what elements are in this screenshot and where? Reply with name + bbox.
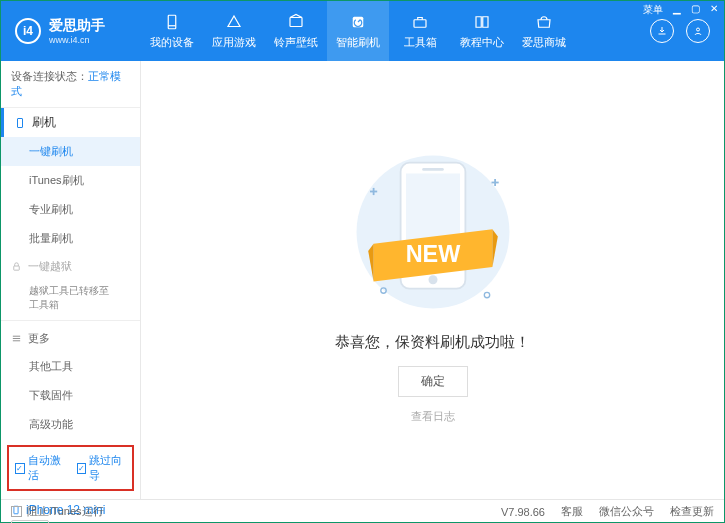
sidebar-section-flash[interactable]: 刷机 — [1, 108, 140, 137]
nav-my-device[interactable]: 我的设备 — [141, 1, 203, 61]
sidebar-item-advanced[interactable]: 高级功能 — [1, 410, 140, 439]
download-icon[interactable] — [650, 19, 674, 43]
nav-smart-flash[interactable]: 智能刷机 — [327, 1, 389, 61]
success-illustration: NEW — [343, 147, 523, 317]
svg-point-22 — [484, 292, 489, 297]
lock-icon — [11, 261, 22, 272]
checkbox-label: 自动激活 — [28, 453, 65, 483]
check-update-link[interactable]: 检查更新 — [670, 504, 714, 519]
svg-rect-16 — [422, 168, 444, 171]
customer-service-link[interactable]: 客服 — [561, 504, 583, 519]
nav-ringtones-wallpapers[interactable]: 铃声壁纸 — [265, 1, 327, 61]
nav-toolbox[interactable]: 工具箱 — [389, 1, 451, 61]
brand-logo-icon: i4 — [15, 18, 41, 44]
sidebar-item-pro-flash[interactable]: 专业刷机 — [1, 195, 140, 224]
window-close-icon[interactable]: ✕ — [710, 3, 718, 17]
checkbox-icon: ✓ — [15, 463, 25, 474]
nav-apps-games[interactable]: 应用游戏 — [203, 1, 265, 61]
apps-icon — [225, 13, 243, 31]
wechat-link[interactable]: 微信公众号 — [599, 504, 654, 519]
highlighted-options-box: ✓ 自动激活 ✓ 跳过向导 — [7, 445, 134, 491]
main-content: NEW 恭喜您，保资料刷机成功啦！ 确定 查看日志 — [141, 61, 724, 499]
window-maximize-icon[interactable]: ▢ — [691, 3, 700, 17]
store-icon — [535, 13, 553, 31]
app-header: i4 爱思助手 www.i4.cn 我的设备 应用游戏 铃声壁纸 智能刷机 — [1, 1, 724, 61]
sidebar-group-more[interactable]: 更多 — [1, 325, 140, 352]
phone-icon — [163, 13, 181, 31]
success-message: 恭喜您，保资料刷机成功啦！ — [335, 333, 530, 352]
sidebar-item-download-firmware[interactable]: 下载固件 — [1, 381, 140, 410]
toolbox-icon — [411, 13, 429, 31]
checkbox-block-itunes[interactable] — [11, 506, 22, 517]
nav-label: 应用游戏 — [212, 35, 256, 50]
svg-rect-2 — [290, 17, 302, 26]
main-navbar: 我的设备 应用游戏 铃声壁纸 智能刷机 工具箱 教程中心 — [141, 1, 650, 61]
group-label: 一键越狱 — [28, 259, 72, 274]
nav-label: 智能刷机 — [336, 35, 380, 50]
sidebar-item-batch-flash[interactable]: 批量刷机 — [1, 224, 140, 253]
nav-label: 铃声壁纸 — [274, 35, 318, 50]
new-badge-text: NEW — [405, 240, 460, 266]
nav-label: 工具箱 — [404, 35, 437, 50]
sidebar-group-jailbreak[interactable]: 一键越狱 — [1, 253, 140, 280]
section-label: 刷机 — [32, 114, 56, 131]
phone-outline-icon — [14, 117, 26, 129]
nav-label: 我的设备 — [150, 35, 194, 50]
svg-rect-6 — [18, 118, 23, 127]
sidebar-item-itunes-flash[interactable]: iTunes刷机 — [1, 166, 140, 195]
nav-label: 教程中心 — [460, 35, 504, 50]
ok-button[interactable]: 确定 — [398, 366, 468, 397]
svg-point-15 — [428, 275, 437, 284]
block-itunes-label: 阻止iTunes运行 — [27, 504, 104, 519]
window-minimize-icon[interactable]: ▁ — [673, 3, 681, 17]
svg-rect-7 — [14, 266, 20, 270]
svg-rect-0 — [168, 15, 176, 29]
device-state-label: 设备连接状态： — [11, 70, 88, 82]
flash-icon — [349, 13, 367, 31]
checkbox-icon: ✓ — [77, 463, 87, 474]
group-label: 更多 — [28, 331, 50, 346]
user-icon[interactable] — [686, 19, 710, 43]
media-icon — [287, 13, 305, 31]
menu-lines-icon — [11, 333, 22, 344]
jailbreak-note: 越狱工具已转移至 工具箱 — [1, 280, 140, 316]
sidebar-item-other-tools[interactable]: 其他工具 — [1, 352, 140, 381]
sidebar: 设备连接状态：正常模式 刷机 一键刷机 iTunes刷机 专业刷机 批量刷机 一… — [1, 61, 141, 499]
book-icon — [473, 13, 491, 31]
brand-subtitle: www.i4.cn — [49, 35, 105, 45]
checkbox-auto-activate[interactable]: ✓ 自动激活 — [15, 453, 65, 483]
svg-rect-4 — [414, 19, 426, 27]
nav-label: 爱思商城 — [522, 35, 566, 50]
device-connection-state: 设备连接状态：正常模式 — [1, 61, 140, 108]
nav-tutorials[interactable]: 教程中心 — [451, 1, 513, 61]
menu-icon[interactable]: 菜单 — [643, 3, 663, 17]
version-label: V7.98.66 — [501, 506, 545, 518]
brand-title: 爱思助手 — [49, 17, 105, 35]
sidebar-item-one-click-flash[interactable]: 一键刷机 — [1, 137, 140, 166]
nav-store[interactable]: 爱思商城 — [513, 1, 575, 61]
checkbox-skip-guide[interactable]: ✓ 跳过向导 — [77, 453, 127, 483]
checkbox-label: 跳过向导 — [89, 453, 126, 483]
svg-point-5 — [697, 28, 700, 31]
brand: i4 爱思助手 www.i4.cn — [1, 17, 141, 45]
view-log-link[interactable]: 查看日志 — [411, 409, 455, 424]
